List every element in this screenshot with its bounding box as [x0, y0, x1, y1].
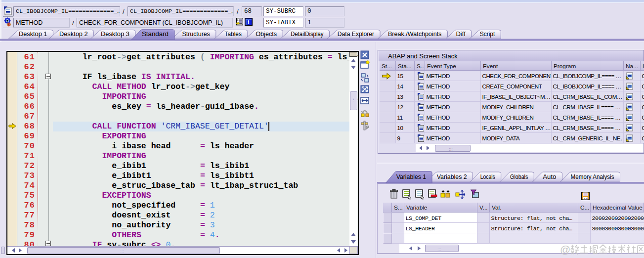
svg-text:Desktop 3: Desktop 3	[101, 31, 129, 38]
svg-text:Desktop 1: Desktop 1	[19, 31, 47, 38]
svg-text:Memory Analysis: Memory Analysis	[571, 173, 614, 180]
svg-text:@: @	[560, 244, 570, 255]
svg-text:Auto: Auto	[543, 173, 556, 180]
svg-text:Data Explorer: Data Explorer	[338, 31, 374, 38]
svg-text:Desktop 2: Desktop 2	[59, 31, 88, 38]
svg-text:Objects: Objects	[256, 31, 277, 38]
svg-text:Locals: Locals	[480, 173, 495, 180]
svg-text:Variables 2: Variables 2	[437, 173, 467, 180]
svg-text:Standard: Standard	[142, 31, 169, 38]
svg-text:Break./Watchpoints: Break./Watchpoints	[388, 31, 441, 38]
svg-text:Script: Script	[480, 31, 495, 38]
svg-text:Diff: Diff	[456, 31, 466, 38]
svg-text:Structures: Structures	[182, 31, 210, 38]
svg-text:Tables: Tables	[225, 31, 242, 38]
svg-text:Variables 1: Variables 1	[396, 173, 426, 180]
svg-text:DetailDisplay: DetailDisplay	[291, 31, 324, 38]
svg-text:Globals: Globals	[510, 173, 528, 180]
